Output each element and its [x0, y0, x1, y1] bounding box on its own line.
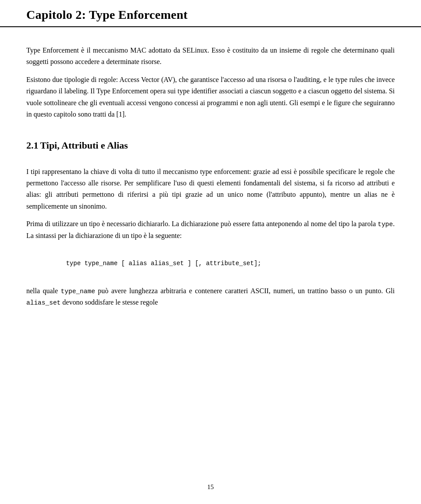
section-2-1-header: 2.1 Tipi, Attributi e Alias — [26, 138, 395, 153]
intro-section: Type Enforcement è il meccanismo MAC ado… — [26, 45, 395, 120]
code-block-type-declaration: type type_name [ alias alias_set ] [, at… — [44, 250, 395, 277]
content-area: Type Enforcement è il meccanismo MAC ado… — [0, 27, 421, 341]
page: Capitolo 2: Type Enforcement Type Enforc… — [0, 0, 421, 504]
section1-p4: nella quale type_name può avere lunghezz… — [26, 285, 395, 309]
page-number-bar: 15 — [0, 483, 421, 491]
section1-p1: I tipi rappresentano la chiave di volta … — [26, 166, 395, 213]
page-number: 15 — [207, 483, 214, 490]
intro-p1: Type Enforcement è il meccanismo MAC ado… — [26, 45, 395, 68]
section1-p3: Prima di utilizzare un tipo è necessario… — [26, 218, 395, 241]
chapter-title: Capitolo 2: Type Enforcement — [26, 8, 188, 21]
section-number: 2.1 — [26, 140, 39, 151]
chapter-header: Capitolo 2: Type Enforcement — [0, 0, 421, 27]
intro-p2: Esistono due tipologie di regole: Access… — [26, 74, 395, 121]
section-title: Tipi, Attributi e Alias — [40, 140, 128, 151]
